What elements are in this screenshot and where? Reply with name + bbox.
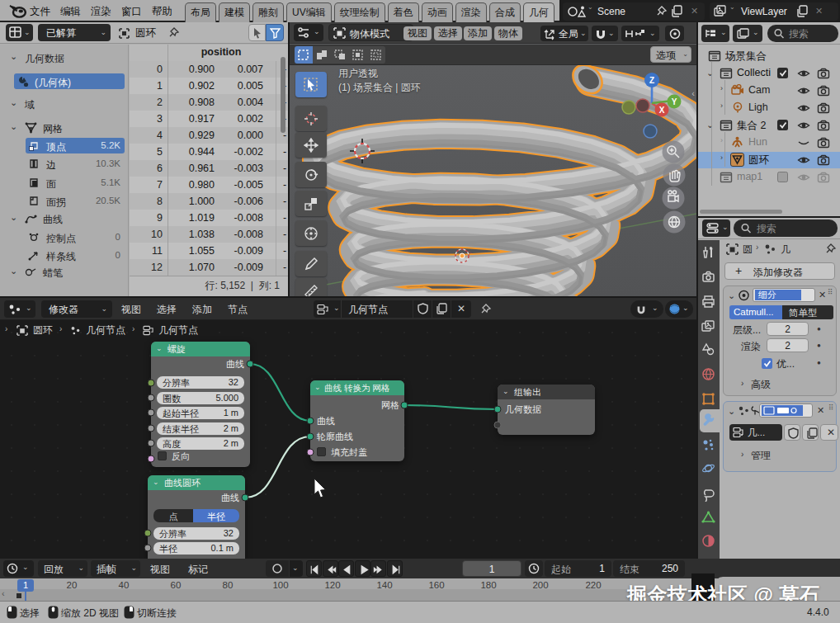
svg-text:Y: Y xyxy=(672,97,677,106)
svg-text:X: X xyxy=(659,106,665,115)
svg-text:Z: Z xyxy=(649,76,654,85)
svg-text:‹: ‹ xyxy=(691,88,695,98)
